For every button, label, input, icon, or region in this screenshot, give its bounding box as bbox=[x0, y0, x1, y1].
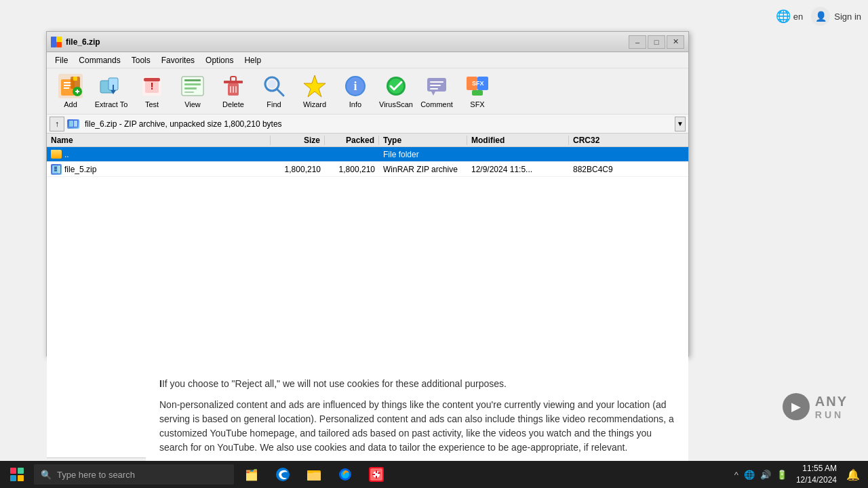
svg-rect-33 bbox=[233, 86, 234, 93]
taskbar-search[interactable]: 🔍 Type here to search bbox=[34, 464, 234, 485]
taskbar-app-paint[interactable] bbox=[361, 461, 391, 488]
table-row[interactable]: file_5.zip 1,800,210 1,800,210 WinRAR ZI… bbox=[47, 162, 688, 177]
svg-rect-58 bbox=[58, 165, 60, 174]
sfx-button[interactable]: SFX SFX bbox=[458, 71, 497, 112]
tray-battery-icon[interactable]: 🔋 bbox=[774, 470, 789, 480]
wizard-label: Wizard bbox=[303, 100, 326, 108]
svg-rect-1 bbox=[56, 37, 62, 42]
menu-tools[interactable]: Tools bbox=[126, 54, 156, 66]
virusscan-label: VirusScan bbox=[379, 100, 413, 108]
view-button[interactable]: View bbox=[173, 71, 212, 112]
edge-icon bbox=[274, 466, 292, 483]
table-row[interactable]: .. File folder bbox=[47, 147, 688, 162]
start-button[interactable] bbox=[0, 461, 34, 488]
svg-text:SFX: SFX bbox=[472, 80, 484, 87]
tray-volume-icon[interactable]: 🔊 bbox=[758, 470, 773, 480]
row-type-0: File folder bbox=[379, 150, 467, 159]
language-label: en bbox=[793, 12, 803, 22]
col-header-packed[interactable]: Packed bbox=[325, 136, 379, 145]
svg-rect-61 bbox=[54, 170, 57, 171]
delete-button[interactable]: Delete bbox=[214, 71, 253, 112]
logo-cell-3 bbox=[10, 475, 16, 481]
navigate-up-button[interactable]: ↑ bbox=[50, 117, 64, 131]
desktop: 🌐 en 👤 Sign in file_6.zip – bbox=[0, 0, 868, 461]
user-avatar-icon: 👤 bbox=[811, 7, 830, 26]
search-placeholder: Type here to search bbox=[57, 470, 135, 480]
notification-button[interactable]: 🔔 bbox=[844, 468, 863, 481]
tray-chevron-icon[interactable]: ^ bbox=[732, 470, 741, 480]
winrar-window: file_6.zip – □ ✕ File Commands Tools Fav… bbox=[46, 31, 689, 357]
address-dropdown-button[interactable]: ▼ bbox=[675, 117, 686, 131]
window-title: file_6.zip bbox=[66, 37, 100, 47]
wizard-icon bbox=[302, 74, 327, 98]
winrar-app-icon bbox=[51, 37, 62, 47]
comment-button[interactable]: Comment bbox=[417, 71, 456, 112]
find-button[interactable]: Find bbox=[254, 71, 294, 112]
svg-rect-32 bbox=[230, 86, 231, 93]
task-view-icon: 🗂️ bbox=[243, 466, 260, 483]
taskbar-app-edge[interactable] bbox=[268, 461, 298, 488]
info-label: Info bbox=[349, 100, 361, 108]
info-button[interactable]: i Info bbox=[336, 71, 375, 112]
menu-help[interactable]: Help bbox=[239, 54, 267, 66]
svg-rect-51 bbox=[472, 90, 483, 96]
address-bar-icon bbox=[67, 119, 79, 129]
extract-to-button[interactable]: Extract To bbox=[92, 71, 131, 112]
svg-rect-54 bbox=[69, 121, 73, 127]
address-bar: ↑ file_6.zip - ZIP archive, unpacked siz… bbox=[47, 115, 688, 134]
svg-rect-74 bbox=[372, 474, 375, 475]
taskbar-app-file-explorer[interactable] bbox=[299, 461, 329, 488]
test-button[interactable]: ! Test bbox=[132, 71, 172, 112]
clock-time: 11:55 AM bbox=[796, 463, 837, 474]
taskbar-apps: 🗂️ bbox=[237, 461, 391, 488]
column-headers: Name Size Packed Type Modified CRC32 bbox=[47, 134, 688, 147]
system-clock[interactable]: 11:55 AM 12/14/2024 bbox=[792, 463, 841, 486]
svg-rect-59 bbox=[54, 167, 57, 168]
anyrun-icon: ▶ bbox=[783, 393, 810, 420]
col-header-size[interactable]: Size bbox=[271, 136, 325, 145]
svg-rect-47 bbox=[430, 85, 441, 86]
svg-marker-38 bbox=[304, 75, 326, 97]
svg-rect-28 bbox=[184, 92, 194, 93]
svg-rect-60 bbox=[54, 168, 57, 169]
sign-in-label: Sign in bbox=[834, 12, 861, 22]
web-para-2: Non-personalized content and ads are inf… bbox=[159, 398, 675, 455]
add-button[interactable]: Add bbox=[51, 71, 90, 112]
view-icon bbox=[180, 74, 205, 98]
wizard-button[interactable]: Wizard bbox=[295, 71, 334, 112]
menu-commands[interactable]: Commands bbox=[73, 54, 125, 66]
maximize-button[interactable]: □ bbox=[648, 35, 665, 49]
col-header-modified[interactable]: Modified bbox=[467, 136, 569, 145]
menu-options[interactable]: Options bbox=[200, 54, 239, 66]
sign-in-button[interactable]: 👤 Sign in bbox=[811, 7, 861, 26]
menu-file[interactable]: File bbox=[50, 54, 73, 66]
minimize-button[interactable]: – bbox=[629, 35, 646, 49]
svg-rect-0 bbox=[51, 37, 56, 47]
virusscan-button[interactable]: VirusScan bbox=[376, 71, 416, 112]
svg-text:!: ! bbox=[151, 81, 154, 92]
row-packed-1: 1,800,210 bbox=[325, 165, 379, 174]
extract-to-label: Extract To bbox=[95, 100, 128, 108]
col-header-name[interactable]: Name bbox=[47, 136, 271, 145]
svg-point-37 bbox=[268, 80, 276, 88]
svg-rect-25 bbox=[184, 79, 201, 81]
logo-cell-1 bbox=[10, 468, 16, 474]
close-button[interactable]: ✕ bbox=[667, 35, 684, 49]
file-explorer-icon bbox=[305, 466, 323, 483]
language-button[interactable]: 🌐 en bbox=[776, 9, 803, 24]
taskbar-app-firefox[interactable] bbox=[330, 461, 360, 488]
svg-rect-2 bbox=[56, 42, 62, 47]
menu-favorites[interactable]: Favorites bbox=[156, 54, 200, 66]
address-text: file_6.zip - ZIP archive, unpacked size … bbox=[82, 119, 672, 129]
windows-logo bbox=[10, 468, 24, 481]
taskbar-right: ^ 🌐 🔊 🔋 11:55 AM 12/14/2024 🔔 bbox=[732, 463, 868, 486]
title-controls: – □ ✕ bbox=[629, 35, 684, 49]
row-crc-1: 882BC4C9 bbox=[569, 165, 688, 174]
col-header-crc[interactable]: CRC32 bbox=[569, 136, 688, 145]
info-icon: i bbox=[343, 74, 368, 98]
col-header-type[interactable]: Type bbox=[379, 136, 467, 145]
svg-rect-12 bbox=[77, 89, 78, 94]
taskbar-app-task-view[interactable]: 🗂️ bbox=[237, 461, 267, 488]
tray-network-icon[interactable]: 🌐 bbox=[742, 470, 757, 480]
svg-rect-34 bbox=[235, 86, 237, 93]
